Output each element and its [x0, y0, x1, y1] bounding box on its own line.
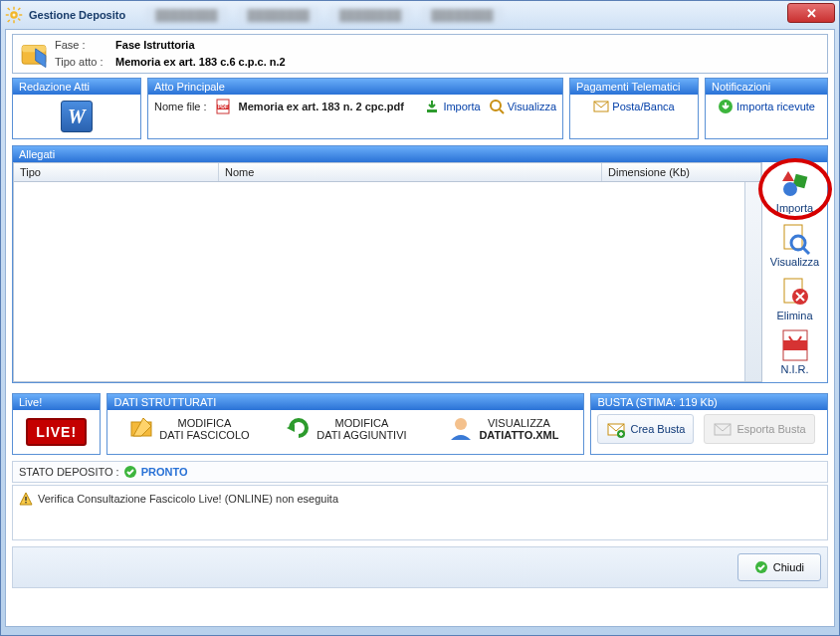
svg-point-22: [783, 182, 797, 196]
svg-line-25: [803, 248, 809, 254]
crea-busta-button[interactable]: Crea Busta: [597, 414, 694, 444]
import-green-icon: [718, 99, 734, 114]
visualizza-atto-button[interactable]: Visualizza: [489, 99, 556, 114]
svg-rect-11: [22, 46, 46, 53]
allegati-visualizza-button[interactable]: Visualizza: [766, 220, 824, 268]
titlebar: Gestione Deposito ██████████████████████…: [1, 1, 839, 29]
nome-file-label: Nome file :: [154, 101, 207, 112]
svg-point-16: [491, 101, 501, 110]
panel-live: Live! LIVE!: [12, 393, 101, 455]
panel-notifiche-header: Notificazioni: [706, 79, 827, 95]
panel-atto: Atto Principale Nome file : PDF Memoria …: [147, 78, 563, 139]
col-tipo[interactable]: Tipo: [14, 163, 219, 181]
close-icon: ✕: [806, 6, 817, 21]
check-icon: [123, 465, 137, 479]
window: Gestione Deposito ██████████████████████…: [0, 0, 840, 636]
chiudi-button[interactable]: Chiudi: [737, 553, 821, 581]
svg-rect-5: [7, 7, 10, 10]
import-icon: [424, 99, 440, 114]
importa-ricevute-button[interactable]: Importa ricevute: [718, 99, 815, 114]
tipo-value: Memoria ex art. 183 c.6 c.p.c. n.2: [115, 56, 286, 68]
warning-box: Verifica Consultazione Fascicolo Live! (…: [12, 485, 828, 540]
visualizza-datiatto-button[interactable]: VISUALIZZADATIATTO.XML: [428, 414, 577, 444]
svg-rect-6: [18, 18, 21, 21]
panel-notifiche: Notificazioni Importa ricevute: [705, 78, 828, 139]
warning-text: Verifica Consultazione Fascicolo Live! (…: [38, 493, 338, 505]
panel-dati-header: DATI STRUTTURATI: [107, 394, 583, 410]
header-info: Fase : Fase Istruttoria Tipo atto : Memo…: [12, 34, 828, 74]
envelope-plus-icon: [606, 419, 626, 439]
fase-label: Fase :: [55, 37, 112, 54]
window-close-button[interactable]: ✕: [787, 3, 835, 23]
panel-live-header: Live!: [13, 394, 100, 410]
panel-pagamenti: Pagamenti Telematici Posta/Banca: [569, 78, 699, 139]
app-icon: [5, 6, 23, 24]
svg-point-9: [13, 14, 16, 17]
pdf-large-icon: [781, 328, 809, 362]
modifica-fascicolo-button[interactable]: MODIFICADATI FASCICOLO: [113, 414, 263, 444]
tipo-label: Tipo atto :: [55, 54, 112, 71]
allegati-importa-button[interactable]: Importa: [766, 166, 824, 214]
view-icon: [489, 99, 505, 114]
background-tabs-blurred: ████████████████████████████████: [145, 7, 503, 23]
svg-rect-4: [19, 14, 22, 16]
svg-rect-38: [25, 497, 26, 501]
importa-atto-button[interactable]: Importa: [424, 99, 480, 114]
envelope-icon: [593, 99, 609, 114]
col-dimensione[interactable]: Dimensione (Kb): [602, 163, 761, 181]
deposit-icon: [17, 37, 51, 71]
svg-rect-1: [13, 7, 15, 10]
esporta-busta-button: Esporta Busta: [704, 414, 814, 444]
panel-atto-header: Atto Principale: [148, 79, 562, 95]
user-icon: [447, 414, 475, 442]
status-value: PRONTO: [141, 466, 188, 478]
svg-rect-2: [13, 20, 15, 23]
svg-marker-20: [782, 171, 794, 181]
live-badge-button[interactable]: LIVE!: [26, 418, 87, 446]
panel-pagamenti-header: Pagamenti Telematici: [570, 79, 698, 95]
word-icon[interactable]: W: [61, 101, 93, 132]
content-area: Fase : Fase Istruttoria Tipo atto : Memo…: [5, 29, 835, 627]
svg-rect-15: [427, 109, 437, 112]
panel-redazione: Redazione Atti W: [12, 78, 141, 139]
panel-redazione-header: Redazione Atti: [13, 79, 140, 95]
modifica-aggiuntivi-button[interactable]: MODIFICADATI AGGIUNTIVI: [271, 414, 420, 444]
svg-rect-39: [25, 502, 26, 503]
allegati-table-body[interactable]: [14, 182, 761, 381]
svg-rect-7: [7, 19, 10, 22]
allegati-side-buttons: Importa Visualizza Elimina: [762, 162, 827, 382]
panel-busta: BUSTA (STIMA: 119 Kb) Crea Busta Esporta…: [590, 393, 828, 455]
allegati-table: Tipo Nome Dimensione (Kb): [13, 162, 762, 382]
edit-folder-icon: [127, 414, 155, 442]
delete-doc-icon: [778, 275, 812, 309]
magnifier-doc-icon: [778, 221, 812, 255]
panel-busta-header: BUSTA (STIMA: 119 Kb): [591, 394, 827, 410]
green-refresh-icon: [285, 414, 313, 442]
posta-banca-button[interactable]: Posta/Banca: [593, 99, 674, 114]
panel-dati-strutturati: DATI STRUTTURATI MODIFICADATI FASCICOLO …: [106, 393, 584, 455]
svg-point-32: [455, 418, 467, 430]
footer-bar: Chiudi: [12, 546, 828, 588]
allegati-elimina-button[interactable]: Elimina: [766, 274, 824, 321]
svg-text:PDF: PDF: [218, 104, 228, 109]
col-nome[interactable]: Nome: [219, 163, 602, 181]
status-line: STATO DEPOSITO : PRONTO: [12, 461, 828, 483]
nome-file-value: Memoria ex art. 183 n. 2 cpc.pdf: [239, 101, 404, 112]
panel-allegati-header: Allegati: [13, 146, 827, 162]
window-title: Gestione Deposito: [29, 9, 125, 21]
fase-value: Fase Istruttoria: [115, 39, 194, 51]
panel-allegati: Allegati Tipo Nome Dimensione (Kb): [12, 145, 828, 383]
svg-rect-21: [792, 174, 807, 189]
envelope-export-icon: [713, 419, 733, 439]
pdf-icon: PDF: [215, 99, 231, 114]
warning-icon: [19, 492, 33, 506]
svg-rect-3: [6, 14, 9, 16]
svg-line-17: [500, 109, 504, 113]
status-label: STATO DEPOSITO :: [19, 466, 119, 478]
allegati-nir-button[interactable]: N.I.R.: [766, 327, 824, 375]
ok-green-icon: [754, 560, 768, 574]
svg-rect-8: [18, 7, 21, 10]
shapes-icon: [778, 167, 812, 201]
